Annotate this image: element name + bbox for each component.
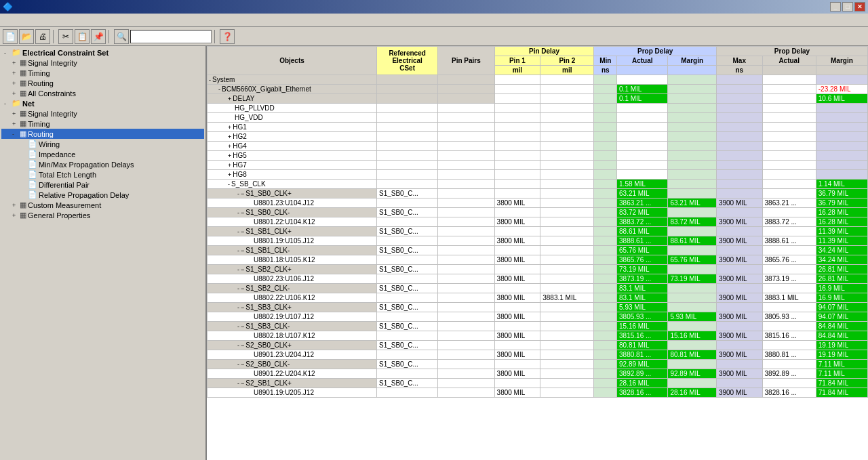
cell-ref [376, 123, 437, 132]
col-ref-ecs: ReferencedElectricalCSet [376, 47, 437, 75]
expand-ac1[interactable]: + [12, 90, 19, 97]
expand-icon[interactable]: + [228, 143, 231, 150]
row-minus[interactable]: − [241, 380, 244, 387]
row-minus[interactable]: − [241, 190, 244, 197]
cell-pinpairs [438, 303, 494, 312]
expand-ro2[interactable]: - [12, 131, 19, 138]
tree-item-si2[interactable]: + ▦ Signal Integrity [1, 108, 204, 119]
cell-max [716, 161, 762, 170]
minimize-button[interactable]: _ [830, 2, 841, 12]
expand-icon[interactable]: - [237, 342, 239, 349]
title-bar-controls[interactable]: _ □ ✕ [830, 2, 865, 12]
expand-icon[interactable]: - [237, 304, 239, 311]
cell-pin2 [540, 350, 594, 360]
toolbar-btn-3[interactable]: 🖨 [35, 29, 50, 44]
tree-item-si1[interactable]: + ▦ Signal Integrity [1, 58, 204, 68]
row-minus[interactable]: − [241, 285, 244, 292]
tree-item-wiring[interactable]: 📄 Wiring [1, 139, 204, 149]
toolbar-btn-2[interactable]: 📂 [19, 29, 34, 44]
row-minus[interactable]: − [241, 342, 244, 349]
tree-item-ti1[interactable]: + ▦ Timing [1, 68, 204, 78]
tree-item-ro1[interactable]: + ▦ Routing [1, 78, 204, 88]
menu-objects[interactable] [18, 19, 26, 22]
expand-icon[interactable]: + [228, 96, 231, 102]
cell-mgn2 [816, 142, 867, 151]
row-minus[interactable]: − [241, 247, 244, 254]
toolbar-btn-search[interactable]: 🔍 [114, 29, 129, 44]
menu-edit[interactable] [9, 19, 18, 22]
right-panel[interactable]: Objects ReferencedElectricalCSet Pin Pai… [207, 46, 868, 460]
expand-icon[interactable]: + [228, 124, 231, 131]
tree-item-etchlen[interactable]: 📄 Total Etch Length [1, 169, 204, 180]
cell-pin1 [494, 142, 540, 151]
expand-icon[interactable]: - [237, 209, 239, 216]
tree-item-diffpair[interactable]: 📄 Differential Pair [1, 180, 204, 190]
tree-item-es[interactable]: - 📁 Electrical Constraint Set [1, 47, 204, 58]
table-row: U8901.23:U204.J123800 MIL3880.81 ...80.8… [208, 350, 868, 360]
row-minus[interactable]: − [241, 228, 244, 235]
tree-item-ac1[interactable]: + ▦ All Constraints [1, 88, 204, 98]
expand-icon[interactable]: - [209, 77, 211, 83]
cell-mgn2: 16.28 MIL [816, 208, 867, 217]
expand-icon[interactable]: - [237, 228, 239, 235]
expand-ti2[interactable]: + [12, 121, 19, 127]
tree-item-impedance[interactable]: 📄 Impedance [1, 149, 204, 159]
cell-pinpairs [438, 255, 494, 265]
cell-pin2 [540, 227, 594, 236]
search-input[interactable] [130, 30, 212, 43]
menu-tools[interactable] [58, 19, 66, 22]
expand-si1[interactable]: + [12, 60, 19, 66]
expand-si2[interactable]: + [12, 110, 19, 117]
expand-icon[interactable]: + [228, 171, 231, 178]
expand-custom[interactable]: + [12, 202, 19, 209]
expand-icon[interactable]: - [237, 380, 239, 387]
menu-help[interactable] [75, 19, 83, 22]
row-minus[interactable]: − [241, 323, 244, 330]
cell-min [594, 142, 617, 151]
cell-min [594, 132, 617, 142]
toolbar-btn-help[interactable]: ❓ [220, 29, 235, 44]
expand-es[interactable]: - [4, 49, 11, 56]
toolbar-btn-1[interactable]: 📄 [3, 29, 18, 44]
expand-ti1[interactable]: + [12, 70, 19, 77]
menu-window[interactable] [66, 19, 75, 22]
maximize-button[interactable]: □ [842, 2, 853, 12]
tree-item-ro2[interactable]: - ▦ Routing [1, 129, 204, 139]
tree-item-genprop[interactable]: + ▦ General Properties [1, 210, 204, 220]
expand-icon[interactable]: - [237, 190, 239, 197]
menu-analyze[interactable] [42, 19, 50, 22]
expand-icon[interactable]: + [228, 152, 231, 159]
row-minus[interactable]: − [241, 361, 244, 368]
expand-net[interactable]: - [4, 100, 11, 107]
expand-icon[interactable]: - [228, 181, 230, 188]
expand-icon[interactable]: - [218, 86, 220, 93]
tree-item-minmax[interactable]: 📄 Min/Max Propagation Delays [1, 159, 204, 169]
tree-item-relprop[interactable]: 📄 Relative Propagation Delay [1, 190, 204, 200]
toolbar-btn-copy[interactable]: 📋 [75, 29, 90, 44]
cell-pin2 [540, 113, 594, 123]
menu-audit[interactable] [50, 19, 58, 22]
expand-icon[interactable]: - [237, 266, 239, 273]
toolbar-btn-cut[interactable]: ✂ [58, 29, 73, 44]
expand-icon[interactable]: - [237, 323, 239, 330]
expand-ro1[interactable]: + [12, 80, 19, 87]
row-minus[interactable]: − [241, 266, 244, 273]
cell-act2 [762, 142, 816, 151]
toolbar-btn-paste[interactable]: 📌 [91, 29, 106, 44]
row-minus[interactable]: − [241, 304, 244, 311]
expand-genprop[interactable]: + [12, 212, 19, 219]
row-minus[interactable]: − [241, 209, 244, 216]
expand-icon[interactable]: - [237, 247, 239, 254]
menu-view[interactable] [34, 19, 42, 22]
menu-file[interactable] [1, 19, 9, 22]
expand-icon[interactable]: - [237, 361, 239, 368]
expand-icon[interactable]: + [228, 133, 231, 140]
tree-item-net[interactable]: - 📁 Net [1, 98, 204, 108]
expand-icon[interactable]: + [228, 162, 231, 169]
cell-ref [376, 388, 437, 398]
close-button[interactable]: ✕ [854, 2, 865, 12]
menu-column[interactable] [26, 19, 34, 22]
expand-icon[interactable]: - [237, 285, 239, 292]
tree-item-ti2[interactable]: + ▦ Timing [1, 119, 204, 129]
tree-item-custom[interactable]: + ▦ Custom Measurement [1, 200, 204, 210]
